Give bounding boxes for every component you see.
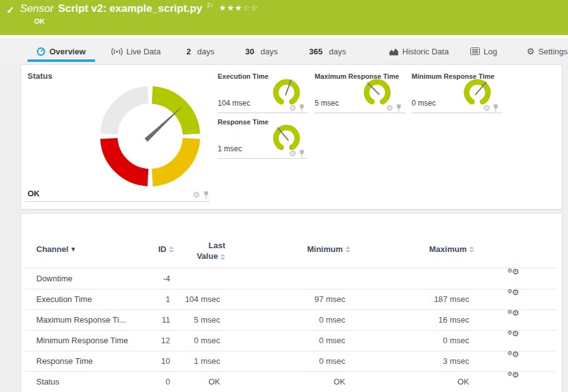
gauge-max-response-pin-icon[interactable] xyxy=(396,104,402,115)
sort-icon xyxy=(220,254,225,260)
status-tile-title: Status xyxy=(28,71,53,81)
gear-icon: ⚙ xyxy=(527,47,535,56)
column-header-minimum[interactable]: Minimum xyxy=(294,244,350,254)
priority-stars[interactable]: ★★★☆☆ xyxy=(219,3,258,13)
stars-empty: ☆☆ xyxy=(243,3,258,13)
gauge-response-underline xyxy=(218,158,308,159)
gauge-max-response-value: 5 msec xyxy=(315,99,339,108)
tab-2-days[interactable]: 2 days xyxy=(186,44,215,59)
column-header-maximum[interactable]: Maximum xyxy=(418,244,474,254)
cell-id: 1 xyxy=(125,289,170,309)
tab-365-days[interactable]: 365 days xyxy=(309,44,346,59)
cell-minimum: 0 msec xyxy=(219,351,345,371)
gauge-execution-time-pin-icon[interactable] xyxy=(299,104,305,115)
tab-365-days-label: days xyxy=(329,47,346,56)
table-row-maximum-response-time[interactable]: Maximum Response Ti... 11 5 msec 0 msec … xyxy=(25,309,557,331)
cell-minimum: OK xyxy=(219,371,345,392)
prtg-sensor-page: ✓ SensorScript v2: example_script.py ⚐ ★… xyxy=(0,0,568,392)
cell-last-value: 1 msec xyxy=(175,351,220,371)
tab-365-days-number: 365 xyxy=(309,47,323,56)
cell-id: 12 xyxy=(125,330,170,351)
cell-last-value: 5 msec xyxy=(175,309,220,330)
column-header-last-value[interactable]: Last Value xyxy=(173,240,225,261)
active-tab-underline xyxy=(28,59,95,62)
table-row-execution-time[interactable]: Execution Time 1 104 msec 97 msec 187 ms… xyxy=(25,289,557,310)
cell-channel: Status xyxy=(36,371,59,392)
column-header-minimum-label: Minimum xyxy=(307,244,343,254)
table-row-response-time[interactable]: Response Time 10 1 msec 0 msec 3 msec ⚙⚙ xyxy=(25,351,557,372)
status-tile-pin-icon[interactable] xyxy=(203,191,209,202)
tab-30-days[interactable]: 30 days xyxy=(245,44,278,59)
area-chart-icon xyxy=(389,48,398,56)
cell-last-value: 104 msec xyxy=(175,289,220,309)
column-header-id-label: ID xyxy=(158,244,166,254)
tab-overview[interactable]: Overview xyxy=(36,44,86,59)
tab-overview-label: Overview xyxy=(49,47,86,56)
cell-maximum: 16 msec xyxy=(343,309,469,330)
cell-channel: Execution Time xyxy=(36,289,92,309)
status-gauge-gray-segment xyxy=(109,95,148,134)
channel-settings-icon[interactable]: ⚙⚙ xyxy=(507,309,519,321)
status-tile-gear-icon[interactable]: ⚙ xyxy=(193,191,200,199)
gauge-max-response-underline xyxy=(315,113,405,113)
cell-minimum: 97 msec xyxy=(219,289,345,309)
gauge-min-response-pin-icon[interactable] xyxy=(493,104,499,115)
gauge-response-gear-icon[interactable]: ⚙ xyxy=(289,149,297,158)
sort-icon xyxy=(345,246,350,253)
gauge-response-title: Response Time xyxy=(218,118,268,126)
channel-settings-icon[interactable]: ⚙⚙ xyxy=(507,371,519,383)
cell-id: 10 xyxy=(125,351,170,371)
status-check-icon: ✓ xyxy=(6,4,14,16)
cell-channel: Downtime xyxy=(36,268,73,289)
cell-last-value: 0 msec xyxy=(175,330,220,351)
column-header-id[interactable]: ID xyxy=(124,244,174,254)
table-row-downtime[interactable]: Downtime -4 ⚙⚙ xyxy=(25,268,557,289)
status-gauge-chart xyxy=(94,80,206,193)
cell-maximum: 3 msec xyxy=(343,351,469,371)
gauge-min-response-gear-icon[interactable]: ⚙ xyxy=(483,104,490,112)
status-gauge-red-segment xyxy=(109,138,148,177)
cell-maximum: OK xyxy=(343,371,469,392)
sensor-name: Script v2: example_script.py xyxy=(58,3,203,14)
column-header-channel[interactable]: Channel ▾ xyxy=(36,244,75,254)
channel-settings-icon[interactable]: ⚙⚙ xyxy=(507,268,519,279)
gauge-execution-time-gear-icon[interactable]: ⚙ xyxy=(289,104,297,112)
gauge-max-response-gear-icon[interactable]: ⚙ xyxy=(386,104,393,112)
gauge-min-response-value: 0 msec xyxy=(412,99,436,108)
channel-settings-icon[interactable]: ⚙⚙ xyxy=(507,351,519,362)
stars-filled: ★★★ xyxy=(219,3,243,13)
cell-last-value: OK xyxy=(175,371,220,392)
gauge-execution-time-title: Execution Time xyxy=(218,73,268,80)
cell-maximum: 0 msec xyxy=(343,330,469,351)
cell-id: 0 xyxy=(125,371,170,392)
flag-icon[interactable]: ⚐ xyxy=(206,1,214,11)
tab-30-days-number: 30 xyxy=(245,47,254,56)
status-gauge-yellow-segment xyxy=(152,138,191,177)
gauge-response-pin-icon[interactable] xyxy=(299,149,305,161)
sensor-type-label: Sensor xyxy=(20,3,54,14)
status-tile-value: OK xyxy=(28,189,40,198)
gauge-execution-time-chart xyxy=(270,76,303,109)
sort-icon xyxy=(469,246,474,253)
gauge-min-response-underline xyxy=(412,113,502,113)
tab-historic-data-label: Historic Data xyxy=(402,47,449,56)
tab-historic-data[interactable]: Historic Data xyxy=(389,44,449,59)
gauge-icon xyxy=(36,47,46,56)
gauge-execution-time-underline xyxy=(218,113,308,113)
tab-bar-topband xyxy=(0,35,568,38)
live-signal-icon xyxy=(111,48,123,56)
tab-settings[interactable]: ⚙ Settings xyxy=(527,44,568,59)
tab-2-days-label: days xyxy=(197,47,214,56)
channel-settings-icon[interactable]: ⚙⚙ xyxy=(507,330,519,341)
sort-caret-icon: ▾ xyxy=(71,245,75,253)
table-row-minimum-response-time[interactable]: Minimum Response Time 12 0 msec 0 msec 0… xyxy=(25,330,557,351)
channel-settings-icon[interactable]: ⚙⚙ xyxy=(507,289,519,300)
gauge-execution-time-value: 104 msec xyxy=(218,99,250,108)
column-header-value-label: Value xyxy=(196,251,218,261)
table-row-status[interactable]: Status 0 OK OK OK ⚙⚙ xyxy=(25,371,557,392)
tab-live-data[interactable]: Live Data xyxy=(111,44,161,59)
sensor-status-text: OK xyxy=(34,18,45,25)
tab-log[interactable]: Log xyxy=(470,44,497,59)
sensor-header: ✓ SensorScript v2: example_script.py ⚐ ★… xyxy=(0,0,568,35)
tab-live-data-label: Live Data xyxy=(126,47,161,56)
